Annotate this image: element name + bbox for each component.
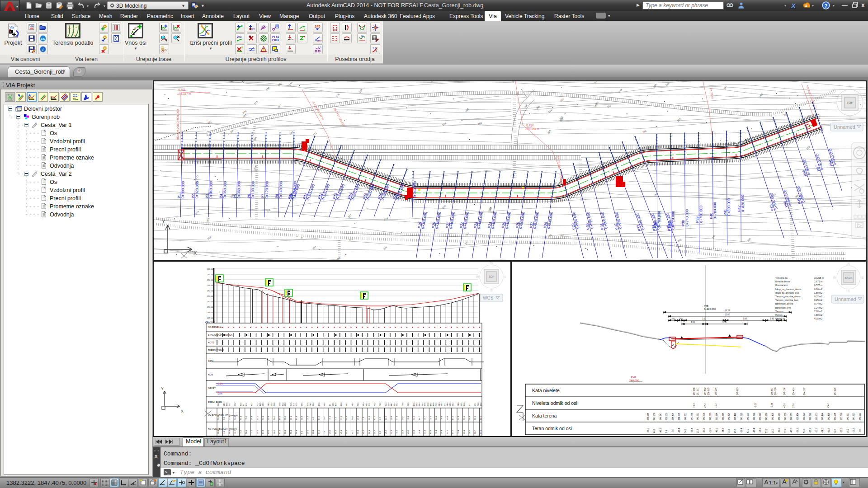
svg-text:-43.0: -43.0 xyxy=(790,428,793,433)
svg-text:273: 273 xyxy=(254,100,259,105)
svg-text:255.00: 255.00 xyxy=(207,284,213,286)
svg-text:280: 280 xyxy=(278,82,283,86)
svg-text:61.0: 61.0 xyxy=(368,416,370,420)
svg-text:248.000: 248.000 xyxy=(629,379,639,382)
svg-text:243.510: 243.510 xyxy=(759,413,761,420)
svg-text:6.0: 6.0 xyxy=(379,431,381,434)
svg-text:253.876: 253.876 xyxy=(840,413,843,420)
svg-text:260.384: 260.384 xyxy=(716,413,718,420)
svg-text:245.196: 245.196 xyxy=(783,387,786,395)
svg-text:253.664: 253.664 xyxy=(722,413,724,420)
svg-text:31.7: 31.7 xyxy=(390,402,392,406)
svg-text:WCS: WCS xyxy=(483,296,494,300)
svg-text:57.8: 57.8 xyxy=(278,402,281,406)
svg-text:87.2: 87.2 xyxy=(318,416,320,420)
svg-text:40.5: 40.5 xyxy=(446,416,448,420)
svg-text:28.4: 28.4 xyxy=(468,430,471,434)
svg-text:-15.9: -15.9 xyxy=(759,428,761,433)
svg-text:247.823: 247.823 xyxy=(853,413,855,420)
svg-text:14.9: 14.9 xyxy=(307,416,309,420)
svg-text:37.4: 37.4 xyxy=(340,416,342,420)
svg-text:W: W xyxy=(476,275,479,278)
svg-text:72.8: 72.8 xyxy=(401,402,404,406)
svg-text:66.5: 66.5 xyxy=(284,430,286,434)
svg-text:12.4: 12.4 xyxy=(834,429,836,433)
svg-text:85.2: 85.2 xyxy=(282,402,284,406)
svg-text:87.1: 87.1 xyxy=(452,416,454,420)
svg-text:269: 269 xyxy=(536,105,541,110)
svg-text:16.8: 16.8 xyxy=(418,430,420,434)
svg-text:13.5: 13.5 xyxy=(259,402,261,406)
svg-text:Kata terena: Kata terena xyxy=(532,413,557,418)
svg-text:294: 294 xyxy=(359,89,363,94)
svg-text:PI: PI xyxy=(252,28,255,30)
svg-text:42.7: 42.7 xyxy=(351,430,354,434)
svg-text:60.8: 60.8 xyxy=(312,430,314,434)
svg-text:51.8: 51.8 xyxy=(240,416,242,420)
svg-text:36.0: 36.0 xyxy=(390,416,392,420)
svg-text:258.294: 258.294 xyxy=(715,387,717,395)
svg-text:28.9: 28.9 xyxy=(440,402,443,406)
svg-text:19.5: 19.5 xyxy=(329,416,331,420)
svg-text:284: 284 xyxy=(547,130,552,135)
svg-text:260.303: 260.303 xyxy=(816,413,818,420)
svg-text:0+780.000: 0+780.000 xyxy=(713,202,717,219)
svg-text:287: 287 xyxy=(653,192,658,197)
svg-text:73.4: 73.4 xyxy=(784,429,787,433)
svg-text:23.5: 23.5 xyxy=(357,402,359,406)
svg-text:1.3: 1.3 xyxy=(223,431,225,434)
svg-text:64.4: 64.4 xyxy=(415,402,418,406)
svg-text:1.45: 1.45 xyxy=(679,318,683,320)
svg-text:1.00: 1.00 xyxy=(670,318,675,320)
svg-text:29.8: 29.8 xyxy=(357,416,359,420)
svg-text:46.2: 46.2 xyxy=(373,402,376,406)
svg-text:85.9: 85.9 xyxy=(240,402,242,406)
svg-text:M: M xyxy=(361,35,363,38)
svg-text:257.977: 257.977 xyxy=(697,387,699,395)
svg-text:-30.6: -30.6 xyxy=(816,428,818,433)
svg-text:i?: i? xyxy=(165,48,168,52)
svg-text:PREMI ELEM.: PREMI ELEM. xyxy=(208,401,222,404)
svg-text:93.1: 93.1 xyxy=(351,402,354,406)
svg-text:0+400.000: 0+400.000 xyxy=(449,211,456,230)
svg-text:88.8: 88.8 xyxy=(480,402,482,406)
svg-text:249.611: 249.611 xyxy=(697,413,699,420)
svg-text:3.50: 3.50 xyxy=(743,318,747,320)
svg-text:-0.701: -0.701 xyxy=(177,88,186,91)
svg-text:256.164: 256.164 xyxy=(647,413,649,420)
svg-text:43.1: 43.1 xyxy=(407,430,409,434)
svg-text:31.0: 31.0 xyxy=(390,430,392,434)
svg-text:16.33: 16.33 xyxy=(725,310,730,312)
svg-text:98.1: 98.1 xyxy=(284,416,286,420)
svg-text:Temeljna tla: Temeljna tla xyxy=(775,277,788,279)
svg-text:73.8: 73.8 xyxy=(477,402,479,406)
svg-text:+2.5%: +2.5% xyxy=(217,383,223,385)
svg-text:N: N xyxy=(849,84,851,89)
svg-text:8.8: 8.8 xyxy=(301,431,303,434)
svg-text:39.1: 39.1 xyxy=(256,430,259,434)
svg-text:265: 265 xyxy=(289,131,294,135)
svg-text:0+700.000: 0+700.000 xyxy=(657,211,661,228)
svg-text:25.7: 25.7 xyxy=(228,402,231,406)
svg-text:40.9: 40.9 xyxy=(803,429,805,433)
svg-text:Brezina levo: Brezina levo xyxy=(775,284,788,286)
svg-text:78.6: 78.6 xyxy=(440,416,443,420)
svg-text:6.7: 6.7 xyxy=(468,404,471,406)
svg-text:30.7: 30.7 xyxy=(323,416,326,420)
svg-text:246.631: 246.631 xyxy=(684,413,687,420)
svg-text:OS PROFILA: OS PROFILA xyxy=(208,326,222,328)
svg-text:STACIONAŽA PROFILA: STACIONAŽA PROFILA xyxy=(208,333,233,336)
svg-text:89.5: 89.5 xyxy=(278,416,281,420)
svg-text:243: 243 xyxy=(723,85,727,90)
svg-text:22.5: 22.5 xyxy=(460,402,462,406)
svg-text:250.115: 250.115 xyxy=(834,413,836,420)
svg-text:59.0: 59.0 xyxy=(387,402,390,406)
svg-text:KM POD ABSOLUT. (meter+): KM POD ABSOLUT. (meter+) xyxy=(208,414,238,417)
svg-text:1.1: 1.1 xyxy=(362,417,364,420)
svg-text:43.2: 43.2 xyxy=(267,430,269,434)
svg-text:TOP: TOP xyxy=(847,101,854,104)
svg-text:23.6: 23.6 xyxy=(217,402,219,406)
svg-text:71.2: 71.2 xyxy=(250,430,253,434)
svg-text:253: 253 xyxy=(206,218,210,223)
svg-text:34.9: 34.9 xyxy=(373,430,376,434)
